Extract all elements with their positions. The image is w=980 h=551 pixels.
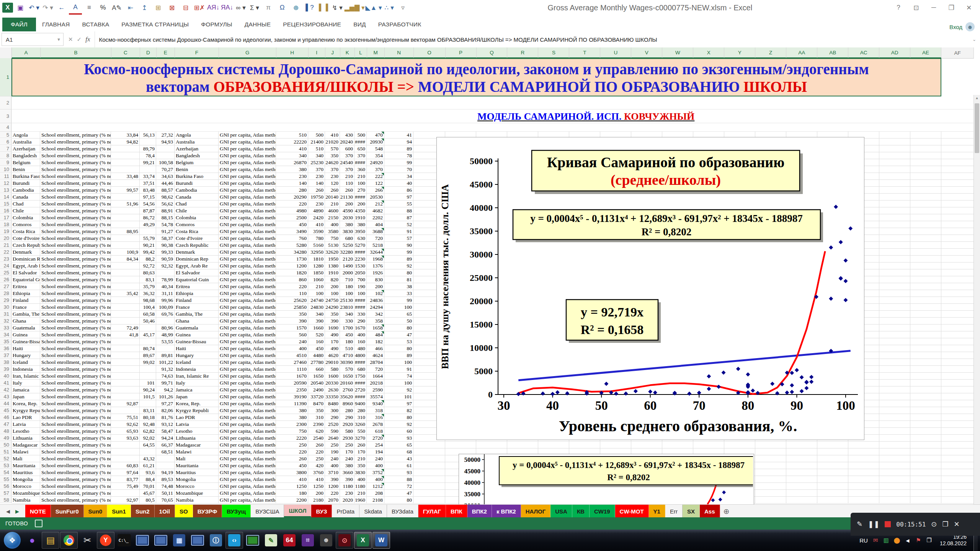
empty-cell[interactable]: [941, 276, 974, 283]
sheet-tab-USA[interactable]: USA: [550, 505, 572, 518]
value-l[interactable]: 500: [354, 132, 367, 139]
column-header-B[interactable]: B: [41, 47, 111, 58]
value-k[interactable]: 2930: [340, 435, 354, 442]
sheet-tab-ВУЗ[interactable]: ВУЗ: [311, 505, 332, 518]
value-h[interactable]: 380: [276, 414, 308, 421]
value-d[interactable]: 36,32: [140, 290, 156, 297]
country-cell[interactable]: Ethiopia: [11, 290, 40, 297]
country-cell-f[interactable]: Guinea: [175, 331, 219, 338]
value-c[interactable]: [111, 242, 140, 249]
value-mx[interactable]: 47: [384, 490, 413, 497]
empty-cell[interactable]: [941, 235, 974, 242]
row-header-52[interactable]: 52: [0, 455, 11, 462]
sheet-tab-ГУЛАГ[interactable]: ГУЛАГ: [418, 505, 446, 518]
value-i[interactable]: 4890: [308, 207, 325, 214]
empty-cell[interactable]: [941, 318, 974, 324]
value-j[interactable]: 230: [325, 173, 340, 180]
empty-cell[interactable]: [879, 366, 910, 373]
indicator-b-cell[interactable]: School enrollment, primary (% net): [40, 483, 111, 490]
indicator-g-cell[interactable]: GNI per capita, Atlas method (curren: [219, 207, 276, 214]
country-cell[interactable]: Guatemala: [11, 324, 40, 331]
value-l[interactable]: 480: [354, 345, 367, 352]
column-header-X[interactable]: X: [693, 47, 724, 58]
indicator-b-cell[interactable]: School enrollment, primary (% net): [40, 221, 111, 228]
country-cell[interactable]: Korea, Rep.: [11, 400, 40, 407]
country-cell[interactable]: Egypt, Arab Re: [11, 262, 40, 269]
value-d[interactable]: 45,67: [140, 490, 156, 497]
empty-cell[interactable]: [755, 476, 786, 483]
empty-cell[interactable]: [879, 139, 910, 145]
value-j[interactable]: 21020: [325, 139, 340, 145]
country-cell-f[interactable]: Colombia: [175, 214, 219, 221]
value-j[interactable]: 490: [325, 345, 340, 352]
empty-cell[interactable]: [413, 469, 445, 476]
value-c[interactable]: 94,82: [111, 139, 140, 145]
column-header-M[interactable]: M: [367, 47, 385, 58]
value-i[interactable]: 24740: [308, 297, 325, 304]
value-d[interactable]: 90,24: [140, 386, 156, 393]
sheet-tab-CW19[interactable]: CW19: [590, 505, 615, 518]
value-i[interactable]: 3760: [308, 469, 325, 476]
indicator-b-cell[interactable]: School enrollment, primary (% net): [40, 359, 111, 366]
value-j[interactable]: 580: [325, 366, 340, 373]
empty-cell[interactable]: [879, 442, 910, 448]
column-header-F[interactable]: F: [175, 47, 219, 58]
empty-cell[interactable]: [941, 373, 974, 380]
value-c[interactable]: [111, 283, 140, 290]
value-l[interactable]: 360: [354, 166, 367, 173]
value-c[interactable]: [111, 386, 140, 393]
empty-cell[interactable]: [941, 414, 974, 421]
value-mx[interactable]: 92: [384, 386, 413, 393]
sheet-tab-Sun2[interactable]: Sun2: [131, 505, 155, 518]
country-cell[interactable]: Hungary: [11, 352, 40, 359]
value-e[interactable]: 88,57: [156, 187, 175, 194]
value-e[interactable]: 94,24: [156, 435, 175, 442]
new-sheet-button[interactable]: ⊕: [720, 505, 733, 518]
empty-cell[interactable]: [941, 173, 974, 180]
value-l[interactable]: 5270: [354, 242, 367, 249]
value-i[interactable]: 230: [308, 173, 325, 180]
value-h[interactable]: 22220: [276, 139, 308, 145]
value-j[interactable]: 20330: [325, 380, 340, 386]
indicator-b-cell[interactable]: School enrollment, primary (% net): [40, 373, 111, 380]
empty-cell[interactable]: [755, 455, 786, 462]
country-cell-f[interactable]: Dominican Rep: [175, 256, 219, 262]
value-h[interactable]: 1820: [276, 269, 308, 276]
empty-cell[interactable]: [910, 359, 941, 366]
value-my[interactable]: 466: [367, 345, 384, 352]
value-h[interactable]: 39190: [276, 393, 308, 400]
empty-cell[interactable]: [413, 448, 445, 455]
value-d[interactable]: 99,42: [140, 249, 156, 256]
value-k[interactable]: 8960: [340, 400, 354, 407]
value-c[interactable]: [111, 359, 140, 366]
value-c[interactable]: 33,84: [111, 132, 140, 139]
value-k[interactable]: 4590: [340, 207, 354, 214]
indicator-g-cell[interactable]: GNI per capita, Atlas method (curren: [219, 166, 276, 173]
delete-rows-icon[interactable]: ⊟: [179, 2, 192, 14]
value-l[interactable]: 210: [354, 455, 367, 462]
value-c[interactable]: [111, 490, 140, 497]
value-mx[interactable]: 90: [384, 242, 413, 249]
indicator-g-cell[interactable]: GNI per capita, Atlas method (curren: [219, 393, 276, 400]
decrease-indent-icon[interactable]: ⇤: [124, 2, 137, 14]
row-header-54[interactable]: 54: [0, 469, 11, 476]
ribbon-tab-рецензирование[interactable]: РЕЦЕНЗИРОВАНИЕ: [277, 18, 347, 31]
formula-input[interactable]: Космо-ноосферных системы Дорошко-Самарин…: [95, 31, 969, 47]
indicator-b-cell[interactable]: School enrollment, primary (% net): [40, 476, 111, 483]
indicator-g-cell[interactable]: GNI per capita, Atlas method (curren: [219, 214, 276, 221]
empty-cell[interactable]: [786, 448, 817, 455]
value-mx[interactable]: 89: [384, 145, 413, 152]
indicator-b-cell[interactable]: School enrollment, primary (% net): [40, 152, 111, 159]
value-j[interactable]: 24620: [325, 159, 340, 166]
value-h[interactable]: 760: [276, 235, 308, 242]
country-cell-f[interactable]: Ghana: [175, 318, 219, 324]
indicator-b-cell[interactable]: School enrollment, primary (% net): [40, 304, 111, 311]
value-e[interactable]: 81,76: [156, 414, 175, 421]
indicator-b-cell[interactable]: School enrollment, primary (% net): [40, 159, 111, 166]
column-header-C[interactable]: C: [111, 47, 140, 58]
value-e[interactable]: [156, 152, 175, 159]
value-d[interactable]: 80,74: [140, 345, 156, 352]
country-cell-f[interactable]: Australia: [175, 139, 219, 145]
country-cell-f[interactable]: Cote d'Ivoire: [175, 235, 219, 242]
row-header-5[interactable]: 5: [0, 132, 11, 138]
